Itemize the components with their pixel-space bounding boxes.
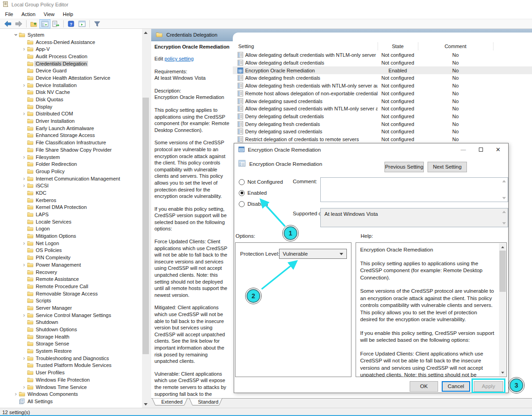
chevron-right-icon[interactable]: › (21, 176, 27, 181)
chevron-right-icon[interactable]: › (21, 47, 27, 51)
radio-not-configured[interactable]: Not Configured (239, 176, 283, 187)
tree-item-filesystem[interactable]: ›Filesystem (0, 153, 142, 161)
tree-item-credentials-delegation[interactable]: Credentials Delegation (0, 60, 142, 67)
minimize-icon[interactable]: — (456, 143, 471, 155)
scroll-up-icon[interactable] (502, 211, 506, 213)
comment-textarea[interactable] (320, 177, 508, 202)
protection-level-dropdown[interactable]: Vulnerable (279, 249, 347, 259)
filter-icon[interactable] (92, 19, 103, 28)
tree-item-shutdown[interactable]: Shutdown (0, 319, 142, 326)
tree-item-group-policy[interactable]: Group Policy (0, 168, 142, 175)
tree-item-iscsi[interactable]: ›iSCSI (0, 182, 142, 189)
scroll-up-icon[interactable] (499, 243, 506, 251)
tree-item-app-v[interactable]: ›App-V (0, 45, 142, 53)
tree-item-logon[interactable]: Logon (0, 225, 142, 233)
chevron-right-icon[interactable]: › (21, 83, 27, 88)
chevron-right-icon[interactable]: › (21, 155, 27, 159)
tree-item-pin-complexity[interactable]: PIN Complexity (0, 254, 142, 261)
tree-item-storage-health[interactable]: Storage Health (0, 333, 142, 340)
setting-row-allow-delegating-default-credentials[interactable]: Allow delegating default credentialsNot … (233, 59, 532, 67)
tree-scrollbar[interactable] (142, 29, 149, 408)
tree-item-server-manager[interactable]: Server Manager (0, 304, 142, 312)
tree-item-kernel-dma-protection[interactable]: Kernel DMA Protection (0, 204, 142, 211)
chevron-right-icon[interactable]: › (13, 392, 19, 396)
up-one-level-icon[interactable] (28, 19, 39, 28)
tree-item-recovery[interactable]: Recovery (0, 268, 142, 276)
close-icon[interactable]: ✕ (491, 143, 505, 155)
ok-button[interactable]: OK (410, 381, 438, 392)
scroll-down-icon[interactable] (502, 222, 506, 224)
column-comment[interactable]: Comment (418, 44, 493, 49)
tree-item-early-launch-antimalware[interactable]: Early Launch Antimalware (0, 125, 142, 132)
tree-item-kdc[interactable]: KDC (0, 189, 142, 197)
menu-view[interactable]: View (39, 11, 59, 18)
column-setting[interactable]: Setting (233, 44, 378, 49)
setting-row-allow-delegating-fresh-credentials[interactable]: Allow delegating fresh credentialsNot co… (233, 74, 532, 82)
chevron-down-icon[interactable]: › (14, 32, 18, 38)
column-state[interactable]: State (378, 44, 418, 49)
tree-item-file-classification-infrastructure[interactable]: File Classification Infrastructure (0, 139, 142, 146)
tree-item-remote-procedure-call[interactable]: Remote Procedure Call (0, 283, 142, 290)
tree-item-removable-storage-access[interactable]: Removable Storage Access (0, 290, 142, 297)
tree-item-mitigation-options[interactable]: Mitigation Options (0, 232, 142, 240)
setting-row-deny-delegating-saved-credentials[interactable]: Deny delegating saved credentialsNot con… (233, 128, 532, 136)
tree-item-file-share-shadow-copy-provider[interactable]: File Share Shadow Copy Provider (0, 146, 142, 153)
radio-button-icon[interactable] (239, 201, 245, 207)
radio-button-icon[interactable] (239, 179, 245, 185)
tree-item-folder-redirection[interactable]: Folder Redirection (0, 160, 142, 168)
scroll-up-icon[interactable] (142, 29, 149, 36)
setting-row-deny-delegating-fresh-credentials[interactable]: Deny delegating fresh credentialsNot con… (233, 120, 532, 128)
chevron-right-icon[interactable]: › (21, 356, 27, 361)
tree-item-shutdown-options[interactable]: Shutdown Options (0, 326, 142, 333)
chevron-right-icon[interactable]: › (21, 241, 27, 246)
chevron-right-icon[interactable]: › (21, 183, 27, 188)
scroll-up-icon[interactable] (502, 180, 506, 182)
tree-item-audit-process-creation[interactable]: Audit Process Creation (0, 53, 142, 60)
tree-item-service-control-manager-settings[interactable]: ›Service Control Manager Settings (0, 312, 142, 319)
tree-item-system-restore[interactable]: System Restore (0, 347, 142, 355)
scroll-down-icon[interactable] (142, 400, 149, 408)
radio-enabled[interactable]: Enabled (239, 187, 283, 198)
tree-item-power-management[interactable]: ›Power Management (0, 261, 142, 268)
tree-item-trusted-platform-module-services[interactable]: Trusted Platform Module Services (0, 362, 142, 369)
scroll-down-icon[interactable] (499, 369, 506, 376)
help-icon[interactable]: ? (66, 19, 77, 28)
show-window-icon[interactable] (77, 19, 88, 28)
setting-row-remote-host-allows-delegation-of-non-exp[interactable]: Remote host allows delegation of non-exp… (233, 90, 532, 98)
tree-item-storage-sense[interactable]: Storage Sense (0, 340, 142, 348)
setting-row-allow-delegating-saved-credentials-with-[interactable]: Allow delegating saved credentials with … (233, 105, 532, 113)
tree-item-device-installation[interactable]: ›Device Installation (0, 82, 142, 89)
maximize-icon[interactable] (473, 143, 488, 155)
tree-item-laps[interactable]: LAPS (0, 211, 142, 218)
tree-item-os-policies[interactable]: OS Policies (0, 247, 142, 254)
tree-item-enhanced-storage-access[interactable]: Enhanced Storage Access (0, 132, 142, 139)
chevron-right-icon[interactable]: › (21, 313, 27, 317)
forward-arrow-icon[interactable] (13, 19, 24, 28)
scrollbar-thumb[interactable] (143, 98, 149, 354)
tree-item-windows-components[interactable]: ›Windows Components (0, 390, 142, 398)
chevron-right-icon[interactable]: › (21, 263, 27, 267)
export-list-icon[interactable] (50, 19, 61, 28)
tree-item-disk-quotas[interactable]: Disk Quotas (0, 96, 142, 103)
tab-standard[interactable]: Standard (198, 399, 219, 405)
cancel-button[interactable]: Cancel (442, 381, 470, 392)
tree-item-locale-services[interactable]: Locale Services (0, 218, 142, 225)
tree-item-disk-nv-cache[interactable]: Disk NV Cache (0, 89, 142, 96)
menu-help[interactable]: Help (59, 11, 77, 18)
tree-item-kerberos[interactable]: Kerberos (0, 197, 142, 204)
scrollbar-thumb[interactable] (499, 251, 506, 292)
menu-file[interactable]: File (1, 11, 17, 18)
setting-row-deny-delegating-default-credentials[interactable]: Deny delegating default credentialsNot c… (233, 113, 532, 120)
tree-item-scripts[interactable]: Scripts (0, 297, 142, 304)
tree-item-net-logon[interactable]: ›Net Logon (0, 240, 142, 247)
help-scrollbar[interactable] (499, 243, 506, 376)
tree-item-access-denied-assistance[interactable]: Access-Denied Assistance (0, 38, 142, 46)
console-tree-icon[interactable] (39, 19, 50, 28)
previous-setting-button[interactable]: Previous Setting (384, 162, 424, 172)
tree-item-driver-installation[interactable]: Driver Installation (0, 117, 142, 125)
radio-disabled[interactable]: Disabled (239, 198, 283, 209)
tree-item-internet-communication-management[interactable]: ›Internet Communication Management (0, 175, 142, 182)
edit-policy-setting-link[interactable]: policy setting (165, 56, 194, 61)
tree-item-windows-time-service[interactable]: ›Windows Time Service (0, 383, 142, 391)
setting-row-allow-delegating-default-credentials-wit[interactable]: Allow delegating default credentials wit… (233, 51, 532, 59)
